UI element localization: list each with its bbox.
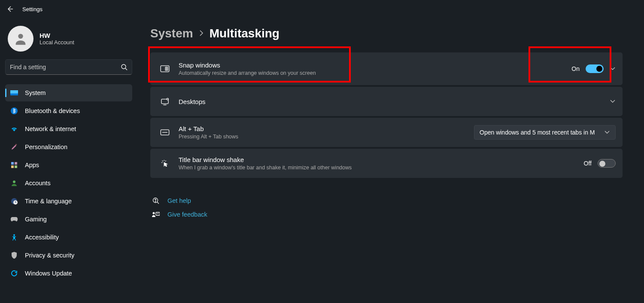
snap-layout-icon (160, 64, 170, 74)
combo-value: Open windows and 5 most recent tabs in M (480, 129, 599, 136)
row-title: Snap windows (179, 61, 563, 69)
svg-rect-11 (15, 165, 17, 168)
row-desc: Automatically resize and arrange windows… (179, 70, 563, 76)
avatar (8, 26, 33, 52)
sidebar-item-personalization[interactable]: Personalization (5, 138, 132, 156)
gamepad-icon (10, 215, 18, 223)
back-button[interactable] (6, 5, 14, 13)
row-desc: Pressing Alt + Tab shows (179, 134, 465, 140)
footer-links: Get help Give feedback (150, 197, 623, 218)
row-title-bar-shake[interactable]: Title bar window shake When I grab a win… (150, 149, 623, 178)
breadcrumb-current: Multitasking (210, 27, 279, 40)
sidebar-item-network[interactable]: Network & internet (5, 120, 132, 138)
row-title: Desktops (179, 98, 601, 105)
apps-icon (10, 161, 18, 169)
globe-clock-icon (10, 197, 18, 205)
give-feedback-link[interactable]: Give feedback (150, 211, 623, 218)
svg-line-29 (157, 202, 159, 204)
help-icon (152, 197, 160, 205)
row-title: Title bar window shake (179, 156, 575, 163)
person-icon (10, 179, 18, 187)
chevron-down-icon (604, 129, 610, 135)
svg-point-2 (122, 64, 126, 69)
sidebar-item-apps[interactable]: Apps (5, 156, 132, 174)
search-input[interactable] (10, 64, 121, 70)
cursor-shake-icon (160, 158, 170, 168)
system-icon (10, 89, 18, 97)
sidebar-item-label: Windows Update (25, 270, 72, 277)
sidebar: HW Local Account System (0, 18, 137, 303)
accessibility-icon (10, 233, 18, 241)
svg-point-28 (155, 201, 155, 202)
sidebar-item-label: Network & internet (25, 125, 76, 132)
sidebar-item-label: Apps (25, 162, 39, 168)
svg-point-12 (13, 181, 15, 183)
account-block[interactable]: HW Local Account (5, 23, 132, 59)
footer-link-label: Get help (167, 197, 191, 204)
toggle-state-label: Off (584, 160, 592, 167)
alt-tab-combo[interactable]: Open windows and 5 most recent tabs in M (474, 125, 616, 140)
bluetooth-icon (10, 107, 18, 115)
app-title: Settings (22, 6, 43, 12)
sidebar-item-accessibility[interactable]: Accessibility (5, 229, 132, 246)
title-bar-shake-toggle[interactable] (598, 159, 616, 168)
brush-icon (10, 143, 18, 151)
search-box[interactable] (5, 59, 132, 75)
breadcrumb: System Multitasking (150, 27, 623, 40)
chevron-down-icon[interactable] (610, 66, 616, 72)
nav: System Bluetooth & devices Network & int… (5, 84, 132, 282)
sidebar-item-system[interactable]: System (5, 84, 132, 101)
svg-rect-8 (11, 162, 14, 165)
row-alt-tab[interactable]: Alt + Tab Pressing Alt + Tab shows Open … (150, 118, 623, 147)
svg-point-15 (13, 234, 15, 236)
sidebar-item-bluetooth[interactable]: Bluetooth & devices (5, 102, 132, 119)
svg-line-3 (125, 68, 127, 70)
header: Settings (0, 0, 644, 18)
sidebar-item-label: Time & language (25, 198, 72, 205)
row-desc: When I grab a window's title bar and sha… (179, 165, 575, 171)
desktops-icon (160, 96, 170, 107)
sidebar-item-label: Accessibility (25, 234, 59, 241)
sidebar-item-label: Bluetooth & devices (25, 107, 80, 114)
sidebar-item-privacy[interactable]: Privacy & security (5, 247, 132, 264)
svg-line-26 (165, 161, 166, 162)
svg-line-25 (162, 161, 163, 162)
row-title: Alt + Tab (179, 125, 465, 132)
footer-link-label: Give feedback (167, 211, 207, 218)
main: System Multitasking Snap windows Automat… (137, 18, 644, 303)
svg-rect-10 (11, 165, 14, 168)
sidebar-item-gaming[interactable]: Gaming (5, 211, 132, 228)
chevron-down-icon[interactable] (610, 98, 616, 104)
keyboard-key-icon (160, 127, 170, 138)
sidebar-item-label: Privacy & security (25, 252, 74, 259)
breadcrumb-parent[interactable]: System (150, 27, 193, 40)
svg-rect-5 (10, 90, 18, 94)
account-type: Local Account (39, 39, 74, 46)
shield-icon (10, 251, 18, 259)
svg-point-30 (153, 212, 155, 214)
sidebar-item-time-language[interactable]: Time & language (5, 193, 132, 210)
sidebar-item-label: Accounts (25, 180, 51, 187)
row-snap-windows[interactable]: Snap windows Automatically resize and ar… (150, 52, 623, 85)
sidebar-item-windows-update[interactable]: Windows Update (5, 265, 132, 282)
chevron-right-icon (199, 29, 204, 39)
toggle-state-label: On (571, 65, 580, 72)
sidebar-item-label: Gaming (25, 216, 47, 223)
sidebar-item-label: Personalization (25, 144, 67, 150)
update-icon (10, 269, 18, 277)
snap-windows-toggle[interactable] (586, 64, 604, 73)
search-icon (121, 64, 128, 70)
svg-rect-17 (165, 67, 168, 71)
feedback-icon (152, 211, 160, 218)
sidebar-item-label: System (25, 89, 46, 96)
svg-rect-9 (15, 162, 17, 165)
row-desktops[interactable]: Desktops (150, 87, 623, 116)
svg-point-1 (18, 34, 23, 39)
account-name: HW (39, 32, 74, 39)
wifi-icon (10, 125, 18, 133)
get-help-link[interactable]: Get help (150, 197, 623, 205)
sidebar-item-accounts[interactable]: Accounts (5, 174, 132, 192)
